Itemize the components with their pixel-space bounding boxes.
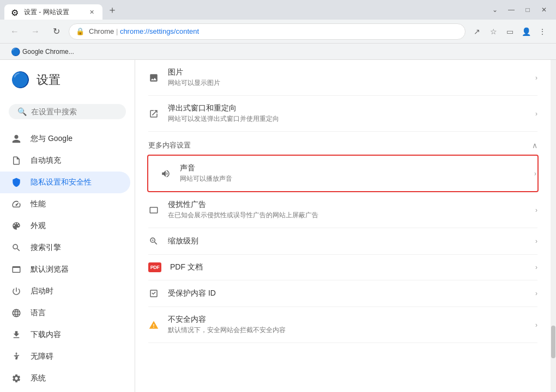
more-section-title: 更多内容设置 — [148, 140, 191, 150]
chrome-settings-logo: 🔵 — [11, 71, 30, 89]
bookmark-label: Google Chrome... — [22, 48, 74, 56]
nav-bar: ← → ↻ 🔒 Chrome | chrome://settings/conte… — [0, 20, 556, 44]
settings-item-sound[interactable]: 声音 网站可以播放声音 › — [147, 155, 539, 192]
browser-frame: ⚙ 设置 - 网站设置 ✕ ＋ ⌄ — □ ✕ ← → ↻ 🔒 Chrome |… — [0, 0, 556, 392]
more-content-section-header: 更多内容设置 ∧ — [135, 132, 551, 155]
pdf-text: PDF 文档 — [170, 262, 527, 272]
more-section-toggle[interactable]: ∧ — [532, 141, 537, 150]
new-tab-button[interactable]: ＋ — [105, 2, 120, 17]
active-tab[interactable]: ⚙ 设置 - 网站设置 ✕ — [4, 4, 102, 20]
back-button[interactable]: ← — [7, 23, 23, 40]
language-icon — [11, 308, 22, 318]
sidebar-item-accessibility[interactable]: 无障碍 — [0, 346, 130, 367]
images-arrow: › — [535, 74, 537, 82]
tab-close-button[interactable]: ✕ — [87, 8, 96, 16]
sidebar-nav: 您与 Google 自动填充 隐私设置和安全性 — [0, 128, 135, 392]
speed-icon — [11, 199, 22, 210]
popups-desc: 网站可以发送弹出式窗口并使用重定向 — [168, 114, 527, 124]
protected-title: 受保护内容 ID — [168, 289, 527, 298]
tab-favicon: ⚙ — [11, 8, 20, 16]
settings-item-popups[interactable]: 弹出式窗口和重定向 网站可以发送弹出式窗口并使用重定向 › — [148, 96, 537, 132]
sidebar-label-search: 搜索引擎 — [31, 243, 61, 253]
sound-arrow: › — [534, 170, 536, 177]
sidebar-label-startup: 启动时 — [31, 286, 53, 296]
collapse-button[interactable]: ⌄ — [487, 4, 503, 15]
sidebar: 🔵 设置 🔍 您与 Google — [0, 60, 135, 392]
zoom-text: 缩放级别 — [168, 236, 527, 246]
settings-item-ads[interactable]: 侵扰性广告 在已知会展示侵扰性或误导性广告的网站上屏蔽广告 › — [148, 192, 537, 228]
sidebar-item-language[interactable]: 语言 — [0, 302, 130, 324]
sidebar-label-autofill: 自动填充 — [31, 156, 61, 166]
search-input[interactable] — [31, 107, 126, 116]
profile-button[interactable]: 👤 — [519, 24, 533, 39]
sidebar-label-google: 您与 Google — [31, 134, 72, 144]
pdf-icon: PDF — [148, 262, 161, 272]
search-bar: 🔍 — [0, 100, 135, 124]
sidebar-item-google[interactable]: 您与 Google — [0, 128, 130, 150]
settings-item-unsafe[interactable]: 不安全内容 默认情况下，安全网站会拦截不安全内容 › — [148, 307, 537, 343]
address-text: Chrome | chrome://settings/content — [89, 27, 458, 35]
scrollbar-thumb[interactable] — [551, 326, 555, 358]
settings-header: 🔵 设置 — [0, 64, 135, 95]
sidebar-item-privacy[interactable]: 隐私设置和安全性 — [0, 171, 130, 193]
reload-button[interactable]: ↻ — [48, 23, 64, 40]
images-text: 图片 网站可以显示图片 — [168, 68, 527, 88]
sidebar-item-reset[interactable]: 重置设置 — [0, 389, 130, 392]
settings-page-title: 设置 — [37, 72, 61, 88]
sidebar-item-search[interactable]: 搜索引擎 — [0, 237, 130, 259]
sidebar-item-performance[interactable]: 性能 — [0, 193, 130, 215]
settings-item-zoom[interactable]: 缩放级别 › — [148, 228, 537, 255]
checkbox-icon — [148, 288, 159, 299]
sidebar-item-system[interactable]: 系统 — [0, 367, 130, 389]
bookmark-button[interactable]: ☆ — [486, 24, 500, 39]
top-settings-section: 图片 网站可以显示图片 › 弹出式窗口和重定向 网站可以发送弹出式窗口并使用重定… — [135, 60, 551, 132]
sidebar-item-browser[interactable]: 默认浏览器 — [0, 259, 130, 280]
search-input-wrap[interactable]: 🔍 — [9, 104, 126, 119]
sidebar-item-autofill[interactable]: 自动填充 — [0, 150, 130, 171]
forward-button[interactable]: → — [27, 23, 44, 40]
pdf-arrow: › — [535, 264, 537, 271]
zoom-icon — [148, 236, 159, 247]
sidebar-label-download: 下载内容 — [31, 330, 61, 340]
palette-icon — [11, 220, 22, 231]
zoom-title: 缩放级别 — [168, 236, 527, 246]
security-icon: 🔒 — [76, 27, 84, 36]
menu-button[interactable]: ⋮ — [535, 24, 549, 39]
content-scroll-wrap: 图片 网站可以显示图片 › 弹出式窗口和重定向 网站可以发送弹出式窗口并使用重定… — [135, 60, 551, 343]
unsafe-arrow: › — [535, 321, 537, 329]
sidebar-label-performance: 性能 — [31, 199, 46, 209]
content-area: 图片 网站可以显示图片 › 弹出式窗口和重定向 网站可以发送弹出式窗口并使用重定… — [135, 60, 551, 392]
unsafe-title: 不安全内容 — [168, 315, 527, 324]
search-engine-icon — [11, 242, 22, 253]
close-button[interactable]: ✕ — [536, 4, 552, 15]
sidebar-label-browser: 默认浏览器 — [31, 265, 69, 274]
zoom-arrow: › — [535, 237, 537, 245]
settings-item-images[interactable]: 图片 网站可以显示图片 › — [148, 60, 537, 96]
right-scrollbar[interactable] — [551, 60, 556, 392]
sidebar-label-language: 语言 — [31, 308, 46, 318]
more-settings-section: 声音 网站可以播放声音 › 侵扰性广告 在已知会展示侵扰性或误导性广告的网站上屏… — [135, 155, 551, 343]
unsafe-desc: 默认情况下，安全网站会拦截不安全内容 — [168, 326, 527, 335]
bookmark-chrome[interactable]: 🔵 Google Chrome... — [7, 46, 78, 57]
reading-mode-button[interactable]: ▭ — [503, 24, 517, 39]
share-button[interactable]: ↗ — [470, 24, 484, 39]
open-in-new-icon — [148, 108, 159, 119]
sidebar-item-appearance[interactable]: 外观 — [0, 215, 130, 237]
protected-text: 受保护内容 ID — [168, 289, 527, 298]
unsafe-text: 不安全内容 默认情况下，安全网站会拦截不安全内容 — [168, 315, 527, 335]
address-actions: ↗ ☆ ▭ 👤 ⋮ — [470, 24, 549, 39]
settings-item-pdf[interactable]: PDF PDF 文档 › — [148, 255, 537, 280]
address-bar[interactable]: 🔒 Chrome | chrome://settings/content — [69, 23, 466, 40]
popups-text: 弹出式窗口和重定向 网站可以发送弹出式窗口并使用重定向 — [168, 103, 527, 124]
tab-bar: ⚙ 设置 - 网站设置 ✕ ＋ — [4, 0, 487, 20]
settings-icon — [11, 373, 22, 384]
ads-icon — [148, 205, 159, 216]
sidebar-label-accessibility: 无障碍 — [31, 352, 53, 362]
minimize-button[interactable]: — — [504, 4, 519, 15]
description-icon — [11, 155, 22, 166]
maximize-button[interactable]: □ — [520, 4, 535, 15]
sidebar-item-startup[interactable]: 启动时 — [0, 280, 130, 302]
person-icon — [11, 133, 22, 144]
settings-item-protected[interactable]: 受保护内容 ID › — [148, 280, 537, 307]
sidebar-item-download[interactable]: 下载内容 — [0, 324, 130, 346]
